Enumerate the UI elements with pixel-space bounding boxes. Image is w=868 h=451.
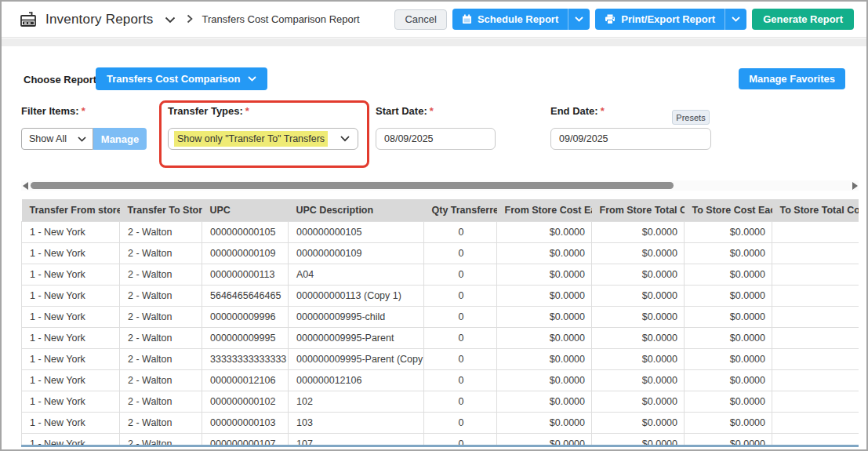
table-cell: 2 - Walton: [120, 264, 202, 286]
table-cell: 2 - Walton: [120, 328, 202, 349]
inventory-reports-page: Inventory Reports Transfers Cost Compari…: [0, 0, 868, 451]
table-cell: $0.0000: [497, 434, 592, 448]
table-cell: $0.0000: [497, 328, 592, 349]
table-cell: 0: [424, 349, 497, 370]
table-cell: A04: [289, 264, 424, 286]
table-cell: $0.0000: [685, 286, 772, 307]
table-cell: 0: [424, 243, 497, 264]
table-cell: 2 - Walton: [120, 434, 202, 448]
required-asterisk: *: [601, 105, 605, 117]
table-cell: [772, 222, 859, 243]
table-cell: [772, 328, 859, 349]
scrollbar-track[interactable]: [29, 180, 851, 191]
table-cell: $0.0000: [685, 349, 772, 370]
schedule-report-chevron-down-icon[interactable]: [568, 9, 590, 30]
table-cell: 2 - Walton: [120, 222, 202, 243]
end-date-label: End Date:*: [550, 105, 605, 117]
table-row: 1 - New York2 - Walton0000000001031030$0…: [22, 413, 859, 434]
table-row: 1 - New York2 - Walton564646564646500000…: [22, 286, 859, 307]
table-cell: $0.0000: [592, 434, 685, 448]
scroll-right-arrow-icon[interactable]: [851, 180, 859, 191]
generate-report-button[interactable]: Generate Report: [752, 9, 854, 30]
manage-filter-items-button[interactable]: Manage: [93, 128, 147, 150]
cancel-button[interactable]: Cancel: [394, 9, 446, 30]
column-header: Transfer To Store: [120, 199, 202, 222]
table-cell: 2 - Walton: [120, 413, 202, 434]
table-cell: $0.0000: [592, 222, 685, 243]
required-asterisk: *: [430, 105, 434, 117]
table-cell: [772, 307, 859, 328]
table-cell: 0: [424, 222, 497, 243]
table-cell: 0: [424, 264, 497, 286]
manage-favorites-button[interactable]: Manage Favorites: [739, 68, 845, 89]
table-cell: 1 - New York: [22, 434, 120, 448]
schedule-report-button[interactable]: Schedule Report: [452, 9, 590, 30]
table-cell: 000000000109: [202, 243, 289, 264]
table-cell: $0.0000: [497, 349, 592, 370]
table-row: 1 - New York2 - Walton000000000105000000…: [22, 222, 859, 243]
table-cell: $0.0000: [497, 413, 592, 434]
table-cell: 000000012106: [289, 370, 424, 391]
table-row: 1 - New York2 - Walton000000009996000000…: [22, 307, 859, 328]
report-table-container: Transfer From storeTransfer To StoreUPCU…: [21, 199, 859, 447]
table-cell: 2 - Walton: [120, 307, 202, 328]
printer-icon: [605, 14, 616, 24]
table-cell: $0.0000: [685, 328, 772, 349]
table-cell: 0: [424, 286, 497, 307]
report-selector-button[interactable]: Transfers Cost Comparison: [96, 67, 267, 90]
transfer-types-value-highlighted: Show only "Transfer To" Transfers: [174, 131, 328, 147]
table-row: 1 - New York2 - Walton000000012106000000…: [22, 370, 859, 391]
table-cell: 000000000107: [202, 434, 289, 448]
table-cell: 1 - New York: [22, 243, 120, 264]
table-cell: $0.0000: [592, 413, 685, 434]
choose-report-label: Choose Report: [24, 74, 96, 85]
table-cell: $0.0000: [685, 370, 772, 391]
transfer-types-chevron-down-icon: [340, 136, 350, 142]
table-cell: 1 - New York: [22, 264, 120, 286]
table-cell: 107: [289, 434, 424, 448]
table-cell: $0.0000: [685, 222, 772, 243]
table-cell: [772, 349, 859, 370]
table-cell: [772, 264, 859, 286]
table-horizontal-scrollbar[interactable]: [21, 180, 859, 191]
column-header: To Store Total Cost: [772, 199, 859, 222]
header-actions: Cancel Schedule Report: [394, 9, 866, 30]
table-cell: $0.0000: [685, 243, 772, 264]
start-date-label: Start Date:*: [376, 105, 434, 117]
table-cell: 2 - Walton: [120, 243, 202, 264]
table-cell: $0.0000: [685, 307, 772, 328]
table-row: 1 - New York2 - Walton0000000001071070$0…: [22, 434, 859, 448]
table-cell: [772, 434, 859, 448]
table-cell: 1 - New York: [22, 286, 120, 307]
table-cell: 1 - New York: [22, 391, 120, 413]
filter-items-select[interactable]: Show All: [21, 128, 93, 150]
print-export-chevron-down-icon[interactable]: [725, 9, 746, 30]
presets-button[interactable]: Presets: [672, 110, 710, 125]
table-cell: 000000000113: [202, 264, 289, 286]
table-header-row: Transfer From storeTransfer To StoreUPCU…: [22, 199, 859, 222]
scrollbar-thumb[interactable]: [31, 182, 674, 189]
scroll-left-arrow-icon[interactable]: [21, 180, 29, 191]
print-export-report-button[interactable]: Print/Export Report: [595, 9, 746, 30]
end-date-input[interactable]: [550, 128, 711, 150]
table-cell: 000000009996: [202, 307, 289, 328]
table-row: 1 - New York2 - Walton000000009995000000…: [22, 328, 859, 349]
table-cell: 1 - New York: [22, 349, 120, 370]
breadcrumb: Inventory Reports Transfers Cost Compari…: [2, 11, 394, 28]
table-cell: 0: [424, 434, 497, 448]
page-title: Inventory Reports: [45, 12, 154, 27]
table-cell: [772, 391, 859, 413]
table-cell: 0: [424, 370, 497, 391]
column-header: From Store Total Cost: [592, 199, 685, 222]
table-cell: 1 - New York: [22, 328, 120, 349]
title-chevron-down-icon[interactable]: [165, 13, 176, 27]
table-cell: 33333333333333: [202, 349, 289, 370]
table-row: 1 - New York2 - Walton000000000109000000…: [22, 243, 859, 264]
table-cell: 2 - Walton: [120, 286, 202, 307]
table-cell: $0.0000: [497, 391, 592, 413]
transfer-types-select[interactable]: Show only "Transfer To" Transfers: [168, 128, 358, 150]
start-date-input[interactable]: [376, 128, 496, 150]
table-cell: 102: [289, 391, 424, 413]
table-row: 1 - New York2 - Walton333333333333330000…: [22, 349, 859, 370]
table-cell: 000000000102: [202, 391, 289, 413]
